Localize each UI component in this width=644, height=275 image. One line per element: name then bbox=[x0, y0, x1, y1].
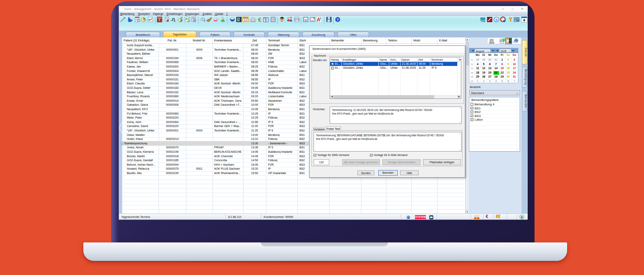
svg-text:?: ? bbox=[336, 18, 339, 22]
svg-text:S: S bbox=[495, 18, 498, 22]
svg-text:12: 12 bbox=[244, 19, 247, 22]
svg-text:€: € bbox=[258, 17, 261, 23]
svg-text:W: W bbox=[304, 18, 307, 22]
svg-text:TAM: TAM bbox=[481, 20, 485, 23]
